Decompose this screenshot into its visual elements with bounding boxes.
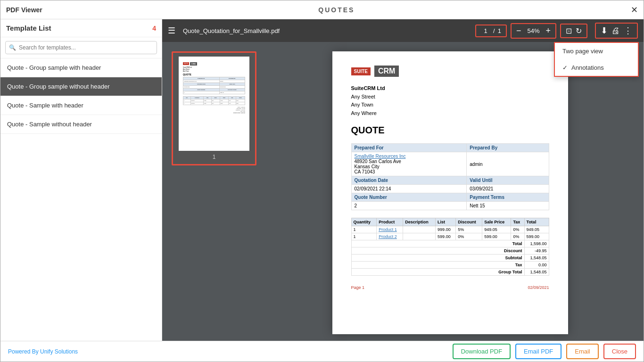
footer-date: 02/09/2021 xyxy=(528,285,549,290)
doc-header: SUITE CRM xyxy=(351,66,549,77)
app-subtitle: QUOTES xyxy=(318,6,355,14)
col-product: Product xyxy=(377,218,403,226)
group-total-row: Group Total 1,548.05 xyxy=(351,269,549,276)
client-company-link: Smallville Resources Inc xyxy=(355,154,406,159)
company-info: SuiteCRM Ltd Any Street Any Town Any Whe… xyxy=(351,84,549,117)
pdf-thumbnail[interactable]: SUITE CRM SuiteCRM LtdAny StreetAny Town… xyxy=(179,57,249,151)
thumbnail-area: SUITE CRM SuiteCRM LtdAny StreetAny Town… xyxy=(172,51,256,331)
zoom-in-button[interactable]: + xyxy=(545,26,551,36)
email-button[interactable]: Email xyxy=(566,344,599,359)
product-row-1: 1 Product 1 999.00 5% 949.05 0% 949.05 xyxy=(351,226,549,233)
search-input[interactable] xyxy=(5,41,157,54)
main-layout: Template List 4 🔍 Quote - Group sample w… xyxy=(0,19,644,341)
bottom-actions: Download PDF Email PDF Email Close xyxy=(453,344,636,359)
template-item-2[interactable]: Quote - Sample with header xyxy=(0,96,162,115)
quotation-date-value: 02/09/2021 22:14 xyxy=(351,185,467,193)
current-page-input[interactable]: 1 xyxy=(481,27,490,34)
template-item-1[interactable]: Quote - Group sample without header xyxy=(0,77,162,96)
page-separator: / xyxy=(493,27,495,34)
powered-by: Powered By Unify Solutions xyxy=(8,348,78,355)
company-town: Any Town xyxy=(351,102,374,107)
check-icon: ✓ xyxy=(562,64,568,71)
company-where: Any Where xyxy=(351,110,377,116)
template-list: Quote - Group sample with header Quote -… xyxy=(0,58,162,341)
crm-label: CRM xyxy=(374,66,399,77)
payment-terms-label: Payment Terms xyxy=(467,193,549,202)
quote-number-label: Quote Number xyxy=(351,193,467,202)
template-item-0[interactable]: Quote - Group sample with header xyxy=(0,58,162,77)
close-button[interactable]: Close xyxy=(603,344,636,359)
company-name: SuiteCRM Ltd xyxy=(351,85,385,91)
suite-label: SUITE xyxy=(351,67,371,75)
thumbnail-wrapper: SUITE CRM SuiteCRM LtdAny StreetAny Town… xyxy=(172,51,256,165)
view-controls: ⊡ ↻ xyxy=(560,24,587,38)
print-icon[interactable]: 🖨 xyxy=(611,26,620,36)
discount-row: Discount -49.95 xyxy=(351,247,549,255)
bottom-bar: Powered By Unify Solutions Download PDF … xyxy=(0,341,644,362)
zoom-out-button[interactable]: − xyxy=(516,26,521,36)
prepared-by-value: admin xyxy=(467,152,549,176)
tax-row: Tax 0.00 xyxy=(351,262,549,269)
pdf-content: SUITE CRM SuiteCRM LtdAny StreetAny Town… xyxy=(162,42,644,341)
total-pages: 1 xyxy=(498,27,501,34)
zoom-level: 54% xyxy=(524,27,543,34)
valid-until-label: Valid Until xyxy=(467,176,549,185)
app-window: PDF Viewer QUOTES ✕ Template List 4 🔍 Qu… xyxy=(0,0,644,362)
pdf-area: ☰ Quote_Quotation_for_Smallville.pdf 1 /… xyxy=(162,19,644,341)
sidebar: Template List 4 🔍 Quote - Group sample w… xyxy=(0,19,162,341)
pdf-filename: Quote_Quotation_for_Smallville.pdf xyxy=(183,27,280,34)
rotate-icon[interactable]: ↻ xyxy=(576,26,582,35)
quote-title: QUOTE xyxy=(351,125,549,136)
close-window-button[interactable]: ✕ xyxy=(631,5,638,15)
page-controls: 1 / 1 xyxy=(475,25,507,37)
col-list: List xyxy=(436,218,456,226)
mini-pdf-preview: SUITE CRM SuiteCRM LtdAny StreetAny Town… xyxy=(181,60,247,148)
app-title: PDF Viewer xyxy=(6,6,42,14)
prepared-for-label: Prepared For xyxy=(351,144,467,152)
two-page-view-label: Two page view xyxy=(562,48,603,55)
company-street: Any Street xyxy=(351,94,375,99)
prepared-by-label: Prepared By xyxy=(467,144,549,152)
template-item-3[interactable]: Quote - Sample without header xyxy=(0,115,162,134)
col-sale-price: Sale Price xyxy=(482,218,511,226)
subtotal-row: Subtotal 1,548.05 xyxy=(351,255,549,262)
footer-page: Page 1 xyxy=(351,285,365,290)
sidebar-title: Template List xyxy=(6,24,51,32)
pdf-toolbar: ☰ Quote_Quotation_for_Smallville.pdf 1 /… xyxy=(162,19,644,42)
col-total: Total xyxy=(524,218,549,226)
product-row-2: 1 Product 2 599.00 0% 599.00 0% 599.00 xyxy=(351,233,549,240)
download-icon[interactable]: ⬇ xyxy=(601,25,608,36)
brand-name: Unify Solutions xyxy=(40,348,78,355)
search-wrapper: 🔍 xyxy=(5,41,157,54)
menu-icon[interactable]: ☰ xyxy=(168,25,175,36)
more-options-icon[interactable]: ⋮ xyxy=(624,25,632,36)
thumbnail-page-number: 1 xyxy=(177,154,251,160)
two-page-view-option[interactable]: Two page view xyxy=(555,43,638,59)
template-count-badge: 4 xyxy=(152,25,156,32)
col-quantity: Quantity xyxy=(351,218,377,226)
col-discount: Discount xyxy=(456,218,482,226)
col-tax: Tax xyxy=(511,218,524,226)
col-description: Description xyxy=(403,218,436,226)
quotation-date-label: Quotation Date xyxy=(351,176,467,185)
info-table: Prepared For Prepared By Smallville Reso… xyxy=(351,143,549,210)
dropdown-menu: Two page view ✓ Annotations xyxy=(554,42,639,77)
zoom-controls: − 54% + xyxy=(511,23,556,39)
annotations-label: Annotations xyxy=(571,64,604,71)
search-area: 🔍 xyxy=(0,37,162,58)
annotations-option[interactable]: ✓ Annotations xyxy=(555,59,638,76)
valid-until-value: 03/09/2021 xyxy=(467,185,549,193)
toolbar-actions: ⬇ 🖨 ⋮ xyxy=(595,23,638,39)
page-footer: Page 1 02/09/2021 xyxy=(351,285,549,290)
products-table: Quantity Product Description List Discou… xyxy=(351,218,549,276)
total-row: Total 1,598.00 xyxy=(351,240,549,247)
payment-terms-value: Nett 15 xyxy=(467,202,549,210)
email-pdf-button[interactable]: Email PDF xyxy=(515,344,561,359)
pdf-main-view: SUITE CRM SuiteCRM Ltd Any Street Any To… xyxy=(332,51,568,334)
title-bar: PDF Viewer QUOTES ✕ xyxy=(0,0,644,19)
download-pdf-button[interactable]: Download PDF xyxy=(453,344,511,359)
prepared-for-value: Smallville Resources Inc 48920 San Carlo… xyxy=(351,152,467,176)
search-icon: 🔍 xyxy=(9,44,16,51)
fit-page-icon[interactable]: ⊡ xyxy=(566,26,572,35)
powered-by-text: Powered By xyxy=(8,348,39,355)
